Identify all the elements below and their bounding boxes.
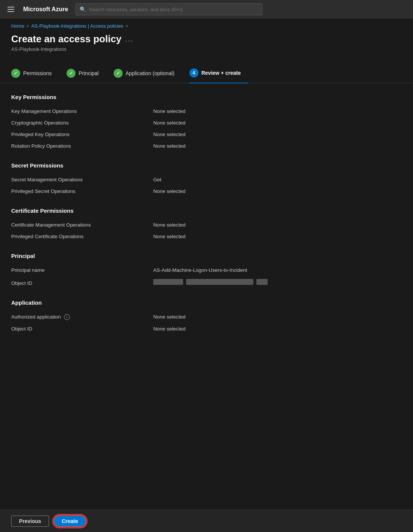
wizard-step-application[interactable]: Application (optional) (114, 64, 182, 83)
auth-app-label: Authorized application i (11, 314, 153, 320)
cert-mgmt-label: Certificate Management Operations (11, 222, 153, 228)
table-row: Authorized application i None selected (11, 311, 402, 323)
main-content: Key Permissions Key Management Operation… (0, 83, 413, 382)
topbar: Microsoft Azure 🔍 (0, 0, 413, 19)
page-title: Create an access policy (11, 33, 121, 45)
secret-mgmt-label: Secret Management Operations (11, 177, 153, 182)
breadcrumb: Home > AS-Playbook-Integrations | Access… (0, 19, 413, 30)
footer: Previous Create (0, 510, 413, 532)
rotation-policy-value: None selected (153, 143, 185, 149)
table-row: Privileged Certificate Operations None s… (11, 231, 402, 242)
crypto-ops-label: Cryptographic Operations (11, 120, 153, 126)
priv-key-label: Privileged Key Operations (11, 132, 153, 137)
brand-name: Microsoft Azure (23, 6, 68, 13)
hamburger-menu[interactable] (6, 5, 16, 13)
wizard-step-review[interactable]: 4 Review + create (189, 64, 248, 83)
page-header: Create an access policy ... AS-Playbook-… (0, 30, 413, 58)
redact-block-3 (256, 279, 268, 285)
priv-key-value: None selected (153, 132, 185, 137)
wizard-steps: Permissions Principal Application (optio… (0, 58, 413, 83)
table-row: Certificate Management Operations None s… (11, 219, 402, 231)
table-row: Key Management Operations None selected (11, 105, 402, 117)
step-4-circle: 4 (189, 68, 198, 77)
table-row: Object ID (11, 276, 402, 289)
principal-title: Principal (11, 253, 402, 259)
rotation-policy-label: Rotation Policy Operations (11, 143, 153, 149)
key-mgmt-value: None selected (153, 108, 185, 114)
table-row: Secret Management Operations Get (11, 174, 402, 185)
breadcrumb-sep-2: > (126, 24, 128, 29)
redact-block-2 (186, 279, 253, 285)
priv-cert-label: Privileged Certificate Operations (11, 234, 153, 239)
application-title: Application (11, 299, 402, 306)
priv-cert-value: None selected (153, 234, 185, 239)
cert-permissions-title: Certificate Permissions (11, 207, 402, 214)
wizard-step-principal[interactable]: Principal (67, 64, 106, 83)
search-input[interactable] (89, 7, 258, 12)
section-application: Application Authorized application i Non… (11, 299, 402, 335)
table-row: Principal name AS-Add-Machine-Logon-User… (11, 264, 402, 276)
auth-app-value: None selected (153, 314, 185, 320)
section-key-permissions: Key Permissions Key Management Operation… (11, 94, 402, 152)
search-bar[interactable]: 🔍 (75, 3, 262, 15)
step-3-check (116, 71, 120, 76)
step-2-label: Principal (78, 70, 99, 76)
principal-name-label: Principal name (11, 267, 153, 273)
secret-mgmt-value: Get (153, 177, 161, 182)
wizard-step-permissions[interactable]: Permissions (11, 64, 59, 83)
table-row: Object ID None selected (11, 323, 402, 335)
table-row: Privileged Secret Operations None select… (11, 185, 402, 197)
app-object-id-label: Object ID (11, 326, 153, 332)
principal-name-value: AS-Add-Machine-Logon-Users-to-Incident (153, 267, 247, 273)
page-options-dots[interactable]: ... (125, 35, 134, 43)
search-icon: 🔍 (80, 6, 86, 12)
table-row: Cryptographic Operations None selected (11, 117, 402, 129)
priv-secret-label: Privileged Secret Operations (11, 188, 153, 194)
step-2-circle (67, 69, 75, 78)
priv-secret-value: None selected (153, 188, 185, 194)
previous-button[interactable]: Previous (11, 516, 49, 527)
step-3-label: Application (optional) (126, 70, 175, 76)
redact-block-1 (153, 279, 183, 285)
breadcrumb-parent[interactable]: AS-Playbook-Integrations | Access polici… (31, 23, 123, 29)
app-object-id-value: None selected (153, 326, 185, 332)
key-mgmt-label: Key Management Operations (11, 108, 153, 114)
table-row: Privileged Key Operations None selected (11, 129, 402, 140)
step-1-circle (11, 69, 20, 78)
breadcrumb-home[interactable]: Home (11, 23, 24, 29)
step-1-check (14, 71, 18, 76)
key-permissions-title: Key Permissions (11, 94, 402, 100)
page-subtitle: AS-Playbook-Integrations (11, 46, 402, 52)
breadcrumb-sep-1: > (27, 24, 29, 29)
secret-permissions-title: Secret Permissions (11, 162, 402, 169)
create-button-wrapper: Create (53, 515, 86, 527)
section-secret-permissions: Secret Permissions Secret Management Ope… (11, 162, 402, 197)
section-principal: Principal Principal name AS-Add-Machine-… (11, 253, 402, 289)
step-2-check (69, 71, 73, 76)
step-4-label: Review + create (201, 70, 241, 76)
section-certificate-permissions: Certificate Permissions Certificate Mana… (11, 207, 402, 242)
step-1-label: Permissions (23, 70, 52, 76)
object-id-value (153, 279, 268, 285)
crypto-ops-value: None selected (153, 120, 185, 126)
table-row: Rotation Policy Operations None selected (11, 140, 402, 152)
object-id-label: Object ID (11, 280, 153, 286)
create-button[interactable]: Create (53, 515, 86, 527)
info-icon: i (64, 314, 70, 320)
step-4-num: 4 (192, 70, 195, 76)
step-3-circle (114, 69, 123, 78)
cert-mgmt-value: None selected (153, 222, 185, 228)
